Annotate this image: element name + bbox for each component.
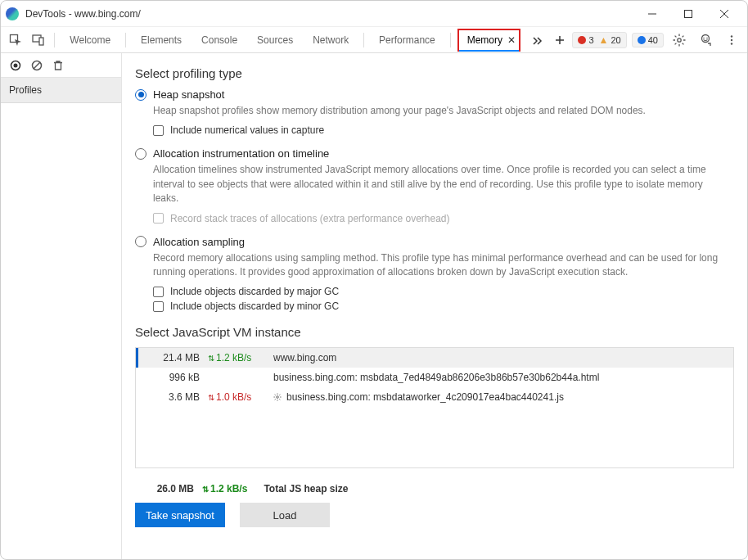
window-title: DevTools - www.bing.com/ — [25, 8, 141, 20]
issues-counter[interactable]: 3 ▲20 — [572, 32, 626, 48]
radio-alloc-sampling[interactable] — [135, 236, 146, 247]
svg-line-15 — [683, 43, 684, 44]
tab-performance[interactable]: Performance — [371, 28, 444, 52]
radio-alloc-timeline[interactable] — [135, 148, 146, 160]
vm-instance-table: 21.4 MB ⇅1.2 kB/s www.bing.com 996 kB bu… — [135, 347, 734, 468]
info-count: 40 — [648, 35, 658, 45]
device-toggle-icon[interactable] — [29, 29, 48, 51]
tab-memory[interactable]: Memory ✕ — [457, 29, 520, 52]
vm-name: business.bing.com: msbdata_7ed4849ab8620… — [273, 372, 727, 383]
checkbox-label: Include numerical values in capture — [170, 124, 324, 136]
option-desc: Heap snapshot profiles show memory distr… — [153, 104, 726, 118]
option-alloc-sampling: Allocation sampling Record memory alloca… — [135, 236, 734, 313]
checkbox-label: Record stack traces of allocations (extr… — [170, 213, 450, 224]
option-title: Allocation sampling — [153, 236, 245, 248]
tab-label: Performance — [379, 34, 435, 46]
tab-sources[interactable]: Sources — [249, 28, 301, 52]
tab-elements[interactable]: Elements — [133, 28, 190, 52]
svg-point-18 — [702, 34, 710, 42]
checkbox-icon — [153, 213, 164, 224]
error-count: 3 — [588, 35, 593, 45]
vm-rate: ⇅1.0 kB/s — [208, 391, 273, 403]
tab-label: Welcome — [70, 34, 110, 46]
arrow-up-down-icon: ⇅ — [208, 393, 214, 402]
tab-label: Sources — [257, 34, 293, 46]
vm-name: www.bing.com — [273, 352, 727, 364]
tab-label: Console — [201, 34, 237, 46]
option-desc: Allocation timelines show instrumented J… — [153, 163, 726, 205]
checkbox-label: Include objects discarded by minor GC — [170, 300, 339, 312]
svg-line-16 — [683, 35, 684, 37]
add-tab-icon[interactable] — [550, 29, 570, 51]
option-alloc-timeline: Allocation instrumentation on timeline A… — [135, 147, 734, 224]
window-maximize-button[interactable] — [670, 2, 706, 25]
svg-point-21 — [731, 35, 732, 37]
vm-row[interactable]: 3.6 MB ⇅1.0 kB/s business.bing.com: msbd… — [136, 387, 733, 407]
svg-rect-1 — [685, 10, 692, 17]
svg-line-14 — [675, 35, 677, 37]
info-counter[interactable]: 40 — [632, 33, 664, 47]
delete-icon[interactable] — [52, 59, 65, 72]
checkbox-label: Include objects discarded by major GC — [170, 286, 339, 297]
titlebar: DevTools - www.bing.com/ — [1, 1, 747, 27]
more-tabs-icon[interactable] — [527, 29, 547, 51]
sidebar-item-profiles[interactable]: Profiles — [1, 78, 121, 103]
svg-line-33 — [275, 395, 276, 395]
checkbox-icon — [153, 125, 164, 136]
checkbox-minor-gc[interactable]: Include objects discarded by minor GC — [153, 300, 734, 312]
svg-point-25 — [14, 63, 18, 67]
take-snapshot-button[interactable]: Take snapshot — [135, 503, 225, 527]
sidebar: Profiles — [1, 53, 122, 560]
svg-point-20 — [706, 37, 708, 38]
tab-network[interactable]: Network — [304, 28, 357, 52]
radio-heap-snapshot[interactable] — [135, 89, 146, 101]
arrow-up-down-icon: ⇅ — [208, 354, 214, 363]
load-button[interactable]: Load — [240, 503, 330, 527]
close-tab-icon[interactable]: ✕ — [507, 34, 516, 46]
vm-row[interactable]: 996 kB business.bing.com: msbdata_7ed484… — [136, 368, 733, 387]
checkbox-numerical-values[interactable]: Include numerical values in capture — [153, 124, 734, 136]
checkbox-major-gc[interactable]: Include objects discarded by major GC — [153, 286, 734, 297]
option-heap-snapshot: Heap snapshot Heap snapshot profiles sho… — [135, 88, 734, 136]
feedback-icon[interactable] — [695, 29, 716, 51]
footer: 26.0 MB ⇅1.2 kB/s Total JS heap size Tak… — [135, 475, 734, 535]
svg-point-9 — [678, 38, 681, 41]
total-heap-size: 26.0 MB — [135, 483, 194, 495]
settings-gear-icon[interactable] — [669, 29, 690, 51]
tab-label: Memory — [467, 34, 502, 46]
vm-row[interactable]: 21.4 MB ⇅1.2 kB/s www.bing.com — [136, 348, 733, 368]
svg-line-36 — [275, 400, 276, 400]
total-heap-label: Total JS heap size — [264, 483, 348, 495]
tab-welcome[interactable]: Welcome — [61, 28, 119, 52]
inspect-element-icon[interactable] — [6, 29, 25, 51]
option-title: Heap snapshot — [153, 88, 224, 101]
record-icon[interactable] — [9, 59, 22, 72]
svg-rect-6 — [39, 38, 43, 45]
content-panel: Select profiling type Heap snapshot Heap… — [122, 53, 747, 560]
window-minimize-button[interactable] — [634, 2, 670, 25]
devtools-tabbar: Welcome Elements Console Sources Network… — [1, 27, 747, 53]
sidebar-toolbar — [1, 53, 121, 78]
tab-console[interactable]: Console — [193, 28, 246, 52]
svg-point-23 — [731, 43, 732, 44]
checkbox-stack-traces: Record stack traces of allocations (extr… — [153, 213, 734, 224]
kebab-menu-icon[interactable] — [721, 29, 742, 51]
vm-size: 3.6 MB — [142, 391, 208, 403]
svg-point-22 — [731, 38, 732, 40]
vm-size: 21.4 MB — [142, 352, 208, 364]
svg-line-17 — [675, 43, 677, 44]
total-heap-rate: ⇅1.2 kB/s — [202, 483, 247, 495]
vm-size: 996 kB — [142, 372, 208, 383]
warning-count: 20 — [611, 35, 621, 45]
option-desc: Record memory allocations using sampling… — [153, 251, 726, 280]
clear-icon[interactable] — [30, 59, 43, 72]
arrow-up-down-icon: ⇅ — [202, 485, 209, 494]
svg-line-35 — [279, 395, 280, 395]
window-close-button[interactable] — [706, 2, 742, 25]
heading-profiling-type: Select profiling type — [135, 66, 734, 80]
vm-rate: ⇅1.2 kB/s — [208, 352, 273, 364]
tab-label: Network — [313, 34, 349, 46]
tab-label: Elements — [141, 34, 182, 46]
svg-line-27 — [34, 62, 40, 69]
heading-vm-instance: Select JavaScript VM instance — [135, 325, 734, 339]
